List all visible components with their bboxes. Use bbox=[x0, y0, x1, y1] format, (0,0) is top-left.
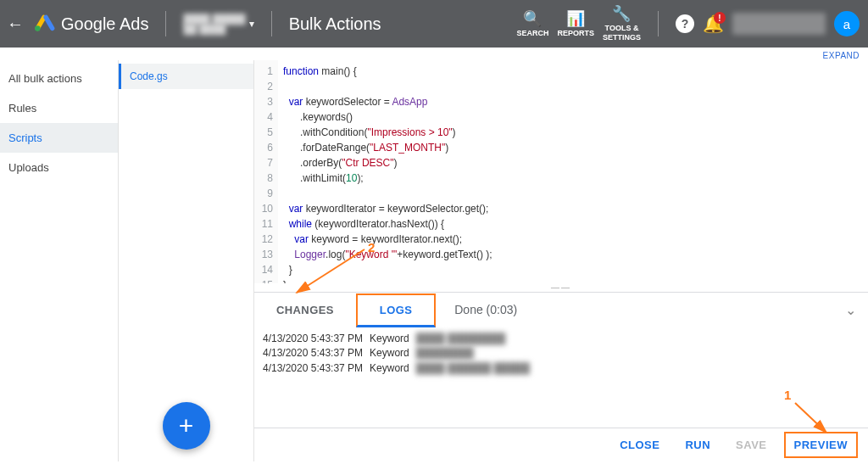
sidebar-item-all-bulk-actions[interactable]: All bulk actions bbox=[0, 64, 118, 93]
logs-content: 4/13/2020 5:43:37 PMKeyword████ ████████… bbox=[254, 327, 868, 428]
product-name: Google Ads bbox=[61, 14, 148, 34]
divider bbox=[658, 11, 659, 36]
save-button: SAVE bbox=[727, 433, 775, 456]
wrench-icon: 🔧 bbox=[612, 6, 631, 21]
sidebar-item-rules[interactable]: Rules bbox=[0, 93, 118, 123]
collapse-panel-icon[interactable]: ⌄ bbox=[845, 302, 868, 318]
line-number-gutter: 123456789101112131415 bbox=[254, 60, 278, 283]
log-timestamp: 4/13/2020 5:43:37 PM bbox=[263, 332, 363, 346]
code-content[interactable]: function main() { var keywordSelector = … bbox=[278, 60, 868, 283]
account-id: ██ ████ bbox=[183, 24, 245, 34]
left-sidebar: All bulk actions Rules Scripts Uploads bbox=[0, 60, 119, 461]
tools-label2: SETTINGS bbox=[603, 33, 641, 42]
divider bbox=[271, 11, 272, 36]
files-pane: Code.gs + bbox=[119, 60, 254, 461]
help-button[interactable]: ? bbox=[676, 14, 694, 33]
preview-button[interactable]: PREVIEW bbox=[784, 432, 858, 458]
annotation-number-2: 2 bbox=[368, 240, 375, 254]
log-value: ████████ bbox=[416, 346, 474, 361]
log-value: ████ ██████ █████ bbox=[416, 361, 530, 376]
search-label: SEARCH bbox=[516, 29, 548, 37]
product-logo[interactable]: Google Ads bbox=[34, 13, 148, 35]
account-name: ████ █████ bbox=[183, 14, 245, 24]
run-button[interactable]: RUN bbox=[676, 433, 719, 456]
log-prefix: Keyword bbox=[370, 346, 409, 361]
svg-point-0 bbox=[35, 25, 41, 31]
log-timestamp: 4/13/2020 5:43:37 PM bbox=[263, 361, 363, 376]
footer-bar: CLOSE RUN SAVE PREVIEW bbox=[254, 428, 868, 461]
code-editor[interactable]: 123456789101112131415 function main() { … bbox=[254, 60, 868, 283]
editor-pane: 123456789101112131415 function main() { … bbox=[254, 60, 868, 461]
log-timestamp: 4/13/2020 5:43:37 PM bbox=[263, 346, 363, 361]
account-picker[interactable]: ████ █████ ██ ████ bbox=[183, 14, 245, 34]
expand-link[interactable]: EXPAND bbox=[0, 48, 868, 60]
reports-icon: 📊 bbox=[566, 11, 585, 26]
sidebar-item-scripts[interactable]: Scripts bbox=[0, 123, 118, 153]
notification-badge: ! bbox=[714, 12, 726, 24]
tools-settings-button[interactable]: 🔧 TOOLS & SETTINGS bbox=[603, 6, 641, 42]
tab-changes[interactable]: CHANGES bbox=[254, 293, 356, 327]
done-status: Done (0:03) bbox=[436, 303, 517, 316]
resize-handle[interactable]: ── bbox=[254, 283, 868, 292]
bottom-tabs: CHANGES LOGS Done (0:03) ⌄ bbox=[254, 293, 868, 327]
tab-logs[interactable]: LOGS bbox=[356, 293, 436, 327]
log-prefix: Keyword bbox=[370, 332, 409, 346]
tools-label1: TOOLS & bbox=[605, 24, 639, 32]
add-file-fab[interactable]: + bbox=[163, 402, 210, 450]
reports-label: REPORTS bbox=[557, 29, 594, 37]
log-prefix: Keyword bbox=[370, 361, 409, 376]
notifications-button[interactable]: 🔔 ! bbox=[703, 14, 724, 34]
file-code-gs[interactable]: Code.gs bbox=[119, 64, 253, 89]
account-caret-icon[interactable]: ▾ bbox=[249, 18, 254, 30]
topbar: ← Google Ads ████ █████ ██ ████ ▾ Bulk A… bbox=[0, 0, 868, 48]
annotation-number-1: 1 bbox=[784, 388, 791, 402]
search-button[interactable]: 🔍 SEARCH bbox=[516, 11, 548, 37]
back-arrow-icon[interactable]: ← bbox=[5, 14, 25, 34]
user-email bbox=[732, 13, 826, 35]
sidebar-item-uploads[interactable]: Uploads bbox=[0, 153, 118, 182]
google-ads-logo-icon bbox=[34, 13, 56, 35]
reports-button[interactable]: 📊 REPORTS bbox=[557, 11, 594, 37]
log-value: ████ ████████ bbox=[416, 332, 505, 346]
bottom-panel: CHANGES LOGS Done (0:03) ⌄ 4/13/2020 5:4… bbox=[254, 292, 868, 461]
close-button[interactable]: CLOSE bbox=[611, 433, 668, 456]
divider bbox=[165, 11, 166, 36]
search-icon: 🔍 bbox=[523, 11, 542, 26]
avatar-button[interactable]: a bbox=[834, 11, 860, 36]
page-title: Bulk Actions bbox=[289, 14, 381, 34]
